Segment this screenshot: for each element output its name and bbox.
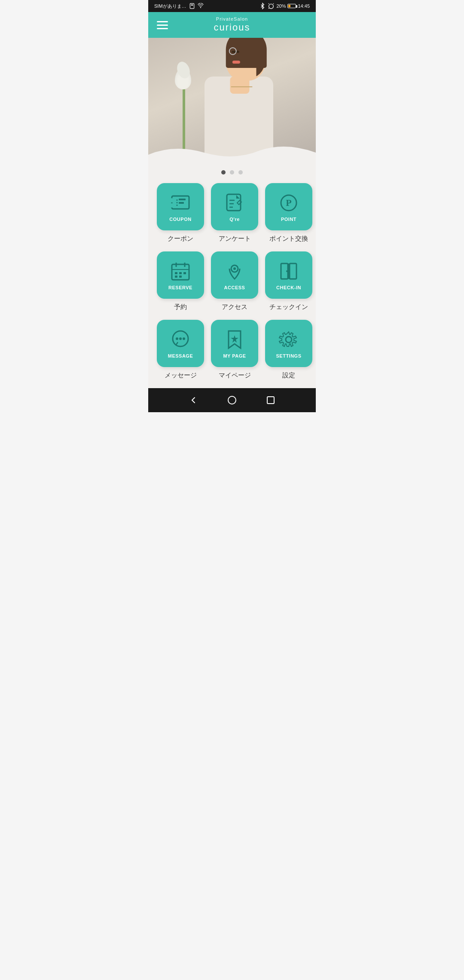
svg-rect-24 — [179, 272, 182, 274]
questionnaire-label: Q're — [229, 217, 240, 222]
carousel-dots — [148, 162, 316, 179]
app-header: PrivateSalon curious — [148, 12, 316, 38]
coupon-icon — [169, 192, 192, 214]
checkin-icon-box[interactable]: CHECK-IN — [265, 251, 312, 299]
coupon-label: COUPON — [169, 217, 191, 222]
menu-grid: COUPON クーポン Q're アンケート P POINT ポ — [148, 179, 316, 388]
svg-point-33 — [286, 270, 288, 272]
svg-line-6 — [269, 8, 269, 9]
menu-item-checkin[interactable]: CHECK-IN チェックイン — [265, 251, 312, 311]
nav-home-button[interactable] — [224, 392, 240, 408]
svg-rect-0 — [190, 3, 194, 9]
svg-rect-31 — [290, 263, 296, 279]
point-icon-box[interactable]: P POINT — [265, 183, 312, 230]
svg-point-2 — [200, 7, 201, 8]
svg-line-5 — [273, 3, 274, 4]
questionnaire-text: アンケート — [219, 235, 251, 243]
svg-point-9 — [170, 203, 174, 208]
dot-2[interactable] — [230, 170, 234, 175]
reserve-text: 予約 — [174, 303, 187, 311]
time-display: 14:45 — [298, 3, 310, 9]
svg-rect-11 — [179, 199, 186, 200]
svg-rect-13 — [227, 194, 241, 211]
settings-icon-box[interactable]: SETTINGS — [265, 320, 312, 367]
battery-pct: 20% — [276, 3, 286, 9]
svg-marker-38 — [231, 335, 238, 343]
svg-point-40 — [228, 396, 236, 404]
message-icon — [169, 328, 192, 351]
svg-point-3 — [269, 4, 274, 9]
access-label: ACCESS — [224, 285, 245, 290]
svg-rect-25 — [183, 272, 186, 274]
settings-label: SETTINGS — [276, 353, 301, 358]
svg-rect-1 — [191, 5, 193, 6]
message-label: MESSAGE — [168, 353, 193, 358]
questionnaire-icon-box[interactable]: Q're — [211, 183, 258, 230]
svg-point-8 — [170, 198, 174, 202]
settings-text: 設定 — [282, 371, 295, 380]
home-icon — [227, 395, 237, 405]
mypage-label: MY PAGE — [223, 353, 246, 358]
reserve-label: RESERVE — [168, 285, 192, 290]
menu-item-point[interactable]: P POINT ポイント交換 — [265, 183, 312, 243]
back-icon — [188, 395, 198, 405]
wifi-icon — [198, 3, 204, 9]
message-text: メッセージ — [165, 371, 197, 380]
hamburger-button[interactable] — [157, 21, 168, 29]
svg-rect-26 — [175, 276, 177, 278]
checkin-text: チェックイン — [269, 303, 308, 311]
svg-point-39 — [286, 337, 292, 343]
mypage-icon-box[interactable]: MY PAGE — [211, 320, 258, 367]
svg-rect-12 — [179, 202, 184, 204]
reserve-icon-box[interactable]: RESERVE — [157, 251, 204, 299]
access-icon — [223, 260, 246, 282]
message-icon-box[interactable]: MESSAGE — [157, 320, 204, 367]
menu-item-reserve[interactable]: RESERVE 予約 — [157, 251, 204, 311]
hero-wave — [148, 142, 316, 162]
mypage-text: マイページ — [219, 371, 251, 380]
menu-item-questionnaire[interactable]: Q're アンケート — [211, 183, 258, 243]
svg-point-37 — [183, 337, 185, 340]
menu-item-message[interactable]: MESSAGE メッセージ — [157, 320, 204, 380]
svg-point-29 — [233, 267, 236, 270]
coupon-icon-box[interactable]: COUPON — [157, 183, 204, 230]
access-icon-box[interactable]: ACCESS — [211, 251, 258, 299]
svg-line-4 — [269, 3, 269, 4]
mypage-icon — [223, 328, 246, 351]
access-text: アクセス — [222, 303, 247, 311]
settings-icon — [278, 328, 300, 351]
nav-recent-button[interactable] — [263, 392, 278, 408]
recent-icon — [266, 395, 276, 405]
svg-rect-23 — [175, 272, 177, 274]
svg-point-35 — [176, 337, 178, 340]
hero-banner — [148, 38, 316, 162]
point-label: POINT — [281, 217, 296, 222]
brand-large: curious — [214, 22, 250, 33]
sim-icon — [189, 3, 195, 9]
bluetooth-icon — [259, 3, 266, 9]
alarm-off-icon — [268, 3, 275, 9]
menu-item-mypage[interactable]: MY PAGE マイページ — [211, 320, 258, 380]
header-title: PrivateSalon curious — [214, 16, 250, 34]
status-left: SIMがありま… — [154, 3, 204, 9]
nav-back-button[interactable] — [186, 392, 201, 408]
dot-3[interactable] — [238, 170, 243, 175]
menu-item-settings[interactable]: SETTINGS 設定 — [265, 320, 312, 380]
brand-small: PrivateSalon — [214, 16, 250, 22]
coupon-text: クーポン — [168, 235, 193, 243]
menu-item-coupon[interactable]: COUPON クーポン — [157, 183, 204, 243]
point-text: ポイント交換 — [269, 235, 308, 243]
bottom-nav — [148, 388, 316, 412]
dot-1[interactable] — [221, 170, 226, 175]
checkin-label: CHECK-IN — [276, 285, 301, 290]
reserve-icon — [169, 260, 192, 282]
battery-icon — [287, 4, 296, 8]
status-right: 20% 14:45 — [259, 3, 310, 9]
point-icon: P — [278, 192, 300, 214]
svg-rect-41 — [267, 397, 274, 404]
svg-rect-27 — [179, 276, 182, 278]
menu-item-access[interactable]: ACCESS アクセス — [211, 251, 258, 311]
svg-point-36 — [179, 337, 182, 340]
carrier-text: SIMがありま… — [154, 3, 186, 9]
svg-text:P: P — [286, 197, 291, 208]
